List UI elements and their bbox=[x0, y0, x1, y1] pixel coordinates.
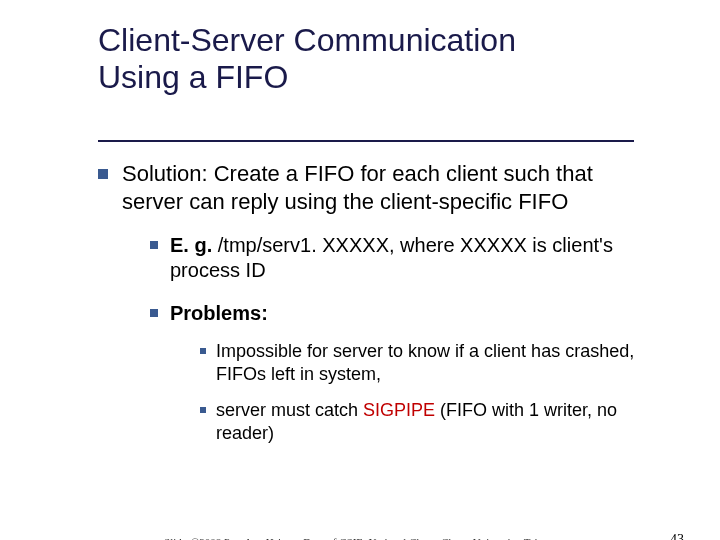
bullet-level3: server must catch SIGPIPE (FIFO with 1 w… bbox=[200, 399, 658, 444]
footer-attribution: Slides©2008 Pao-Ann Hsiung, Dept of CSIE… bbox=[0, 536, 720, 540]
slide: Client-Server Communication Using a FIFO… bbox=[0, 22, 720, 540]
slide-title: Client-Server Communication Using a FIFO bbox=[98, 22, 720, 96]
p2-sigpipe: SIGPIPE bbox=[363, 400, 435, 420]
bullet-text-problems: Problems: bbox=[170, 301, 268, 326]
bullet-level2: E. g. /tmp/serv1. XXXXX, where XXXXX is … bbox=[150, 233, 658, 283]
bullet-text-solution: Solution: Create a FIFO for each client … bbox=[122, 160, 658, 215]
bullet-text-example: E. g. /tmp/serv1. XXXXX, where XXXXX is … bbox=[170, 233, 658, 283]
eg-text: /tmp/serv1. XXXXX, where XXXXX is client… bbox=[170, 234, 613, 281]
bullet-level3: Impossible for server to know if a clien… bbox=[200, 340, 658, 385]
p2-pre: server must catch bbox=[216, 400, 363, 420]
bullet-square-icon bbox=[200, 348, 206, 354]
page-number: 43 bbox=[670, 532, 684, 540]
bullet-square-icon bbox=[150, 309, 158, 317]
content-area: Solution: Create a FIFO for each client … bbox=[98, 160, 658, 444]
bullet-text-problem1: Impossible for server to know if a clien… bbox=[216, 340, 658, 385]
title-line2: Using a FIFO bbox=[98, 59, 288, 95]
eg-label: E. g. bbox=[170, 234, 218, 256]
bullet-square-icon bbox=[98, 169, 108, 179]
bullet-level2: Problems: bbox=[150, 301, 658, 326]
title-rule bbox=[98, 140, 634, 142]
bullet-level1: Solution: Create a FIFO for each client … bbox=[98, 160, 658, 215]
bullet-square-icon bbox=[150, 241, 158, 249]
title-line1: Client-Server Communication bbox=[98, 22, 516, 58]
bullet-square-icon bbox=[200, 407, 206, 413]
bullet-text-problem2: server must catch SIGPIPE (FIFO with 1 w… bbox=[216, 399, 658, 444]
